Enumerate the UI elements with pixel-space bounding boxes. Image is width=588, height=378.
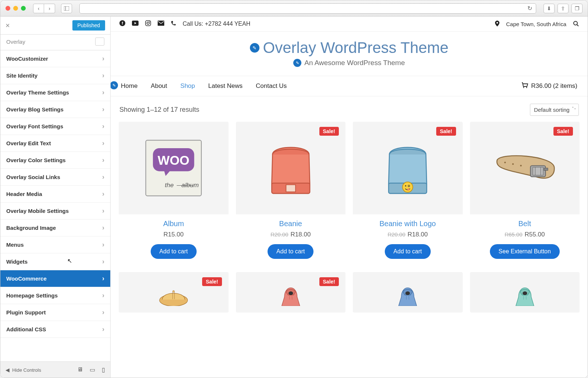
product-card[interactable]: Sale! Beanie R20.00R18.00 Add to cart [236,122,346,267]
location-pin-icon [495,21,499,28]
device-desktop-icon[interactable]: 🖥 [77,366,83,373]
panel-item-label: Menus [6,242,24,248]
nav-item-shop[interactable]: Shop [180,82,195,90]
publish-button[interactable]: Published [72,20,105,31]
panel-item-plugin-support[interactable]: Plugin Support› [0,304,110,321]
chevron-right-icon: › [102,122,104,130]
sort-select[interactable]: Default sorting [530,104,579,116]
add-to-cart-button[interactable]: Add to cart [151,244,197,259]
panel-item-menus[interactable]: Menus› [0,236,110,253]
panel-item-overlay-edit-text[interactable]: Overlay Edit Text› [0,135,110,152]
product-price: R65.00R55.00 [470,231,580,244]
cart-link[interactable]: R36.00 (2 items) [521,82,577,90]
download-button[interactable]: ⬇ [544,4,555,13]
panel-item-overlay-theme-settings[interactable]: Overlay Theme Settings› [0,84,110,101]
address-bar[interactable]: ↻ [79,3,536,14]
product-card[interactable] [470,272,580,313]
product-card[interactable]: Sale! [119,272,229,313]
svg-point-33 [504,162,506,163]
panel-item-label: Overlay Edit Text [6,140,51,146]
svg-point-34 [512,163,513,165]
facebook-icon[interactable]: f [119,20,125,28]
instagram-icon[interactable] [145,20,151,28]
chevron-right-icon: › [102,309,104,316]
panel-item-woocommerce[interactable]: WooCommerce› [0,270,110,287]
nav-item-contact-us[interactable]: Contact Us [256,82,287,90]
reload-icon[interactable]: ↻ [527,5,532,12]
nav-item-home[interactable]: Home [121,82,137,90]
minimize-window-button[interactable] [13,6,18,11]
forward-button[interactable]: › [44,4,55,13]
customizer-panel-list: WooCustomizer›Site Identity›Overlay Them… [0,50,110,361]
panel-item-overlay-color-settings[interactable]: Overlay Color Settings› [0,152,110,169]
svg-point-25 [402,182,413,192]
product-title[interactable]: Beanie [236,214,346,231]
chevron-right-icon: › [102,72,104,79]
panel-item-header-media[interactable]: Header Media› [0,186,110,203]
share-button[interactable]: ⇪ [557,4,569,13]
add-to-cart-button[interactable]: Add to cart [385,244,431,259]
close-window-button[interactable] [6,6,10,11]
chevron-right-icon: › [102,139,104,147]
tabs-button[interactable]: ❐ [571,4,582,13]
nav-item-about[interactable]: About [151,82,167,90]
panel-item-overlay-blog-settings[interactable]: Overlay Blog Settings› [0,101,110,118]
edit-menu-button[interactable]: ✎ [111,81,118,89]
close-customizer-button[interactable]: × [6,21,10,30]
panel-item-label: WooCommerce [6,275,47,282]
panel-item-overlay-mobile-settings[interactable]: Overlay Mobile Settings› [0,203,110,220]
panel-item-label: Overlay Font Settings [6,123,63,129]
product-title[interactable]: Belt [470,214,580,231]
cart-icon [521,82,528,90]
svg-rect-29 [533,167,543,175]
svg-point-14 [526,87,527,88]
panel-item-background-image[interactable]: Background Image› [0,220,110,236]
add-to-cart-button[interactable]: See External Button [490,244,560,259]
svg-point-27 [408,188,409,191]
envelope-icon[interactable] [158,21,164,27]
hide-controls-button[interactable]: ◀ Hide Controls [6,367,41,373]
chevron-right-icon: › [102,173,104,181]
device-mobile-icon[interactable]: ▯ [102,366,105,373]
panel-item-homepage-settings[interactable]: Homepage Settings› [0,287,110,304]
product-card[interactable] [353,272,463,313]
call-us-text: Call Us: +2782 444 YEAH [183,21,250,27]
panel-item-label: Overlay Blog Settings [6,106,64,113]
product-card[interactable]: Sale! Belt R65.00R55.00 See External But… [470,122,580,267]
search-icon[interactable] [573,21,579,28]
sidebar-toggle-button[interactable] [61,4,72,13]
chevron-right-icon: › [102,106,104,113]
product-title[interactable]: Beanie with Logo [353,214,463,231]
hero: ✎ Overlay WordPress Theme ✎ An Awesome W… [111,32,588,76]
youtube-icon[interactable] [132,21,139,27]
product-title[interactable]: Album [119,214,229,231]
site-title[interactable]: Overlay WordPress Theme [263,39,449,57]
chevron-right-icon: › [102,190,104,198]
chevron-right-icon: › [102,241,104,249]
edit-title-button[interactable]: ✎ [250,43,259,53]
panel-item-site-identity[interactable]: Site Identity› [0,67,110,84]
svg-text:the: the [165,181,173,189]
panel-item-overlay-social-links[interactable]: Overlay Social Links› [0,169,110,186]
product-card[interactable]: WOOthealbum Album R15.00 Add to cart [119,122,229,267]
result-count: Showing 1–12 of 17 results [119,106,199,114]
product-card[interactable]: Sale! Beanie with Logo R20.00R18.00 Add … [353,122,463,267]
nav-item-latest-news[interactable]: Latest News [208,82,243,90]
svg-point-10 [496,22,498,23]
panel-item-label: Overlay Social Links [6,174,60,180]
theme-change-button[interactable] [95,38,104,46]
panel-item-woocustomizer[interactable]: WooCustomizer› [0,50,110,67]
panel-item-overlay-font-settings[interactable]: Overlay Font Settings› [0,118,110,135]
product-card[interactable]: Sale! [236,272,346,313]
maximize-window-button[interactable] [21,6,26,11]
panel-item-additional-css[interactable]: Additional CSS› [0,321,110,338]
device-tablet-icon[interactable]: ▭ [90,366,95,373]
customizer-footer: ◀ Hide Controls 🖥 ▭ ▯ [0,361,110,378]
panel-item-widgets[interactable]: Widgets› [0,253,110,270]
add-to-cart-button[interactable]: Add to cart [268,244,313,259]
edit-subtitle-button[interactable]: ✎ [293,59,301,67]
svg-point-13 [523,87,524,88]
chevron-right-icon: › [102,224,104,232]
back-button[interactable]: ‹ [33,4,44,13]
svg-point-38 [288,292,293,295]
